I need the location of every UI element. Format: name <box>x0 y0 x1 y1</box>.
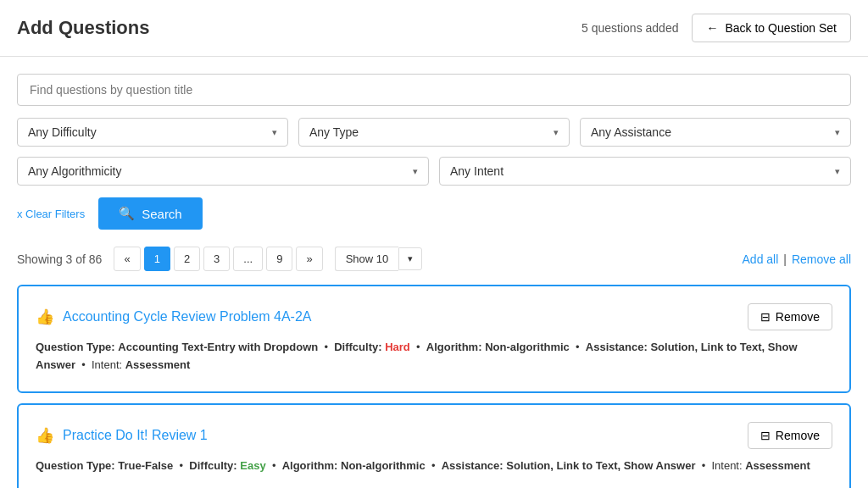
question-meta: Question Type: Accounting Text-Entry wit… <box>36 339 832 374</box>
assistance-label-2: Assistance: <box>442 459 504 472</box>
remove-question-2-button[interactable]: ⊟ Remove <box>748 422 832 449</box>
intent-filter-label: Any Intent <box>450 164 504 178</box>
algorithmicity-filter[interactable]: Any Algorithmicity ▾ <box>17 157 429 186</box>
page-1-button[interactable]: 1 <box>144 247 170 271</box>
question-card-header: 👍 Practice Do It! Review 1 ⊟ Remove <box>36 422 832 449</box>
questions-added-count: 5 questions added <box>581 21 678 35</box>
algorithm-value: Non-algorithmic <box>485 341 570 353</box>
search-button-label: Search <box>142 207 182 221</box>
page-ellipsis-button[interactable]: ... <box>233 247 263 271</box>
page-3-button[interactable]: 3 <box>203 247 230 271</box>
thumbs-up-icon: 👍 <box>36 308 54 326</box>
questions-list: 👍 Accounting Cycle Review Problem 4A-2A … <box>17 285 851 488</box>
filters-row-1: Any Difficulty ▾ Any Type ▾ Any Assistan… <box>17 118 851 147</box>
minus-icon: ⊟ <box>760 310 771 324</box>
remove-question-1-button[interactable]: ⊟ Remove <box>748 303 832 330</box>
intent-chevron-icon: ▾ <box>835 166 840 177</box>
type-label-2: Question Type: <box>36 459 115 472</box>
question-title-text-2: Practice Do It! Review 1 <box>63 428 208 443</box>
intent-value: Assessment <box>125 358 191 371</box>
pagination-right-actions: Add all | Remove all <box>743 252 851 266</box>
difficulty-label-2: Diffculty: <box>189 459 236 472</box>
difficulty-filter[interactable]: Any Difficulty ▾ <box>17 118 288 147</box>
remove-label-2: Remove <box>776 429 820 442</box>
minus-icon-2: ⊟ <box>760 429 771 442</box>
type-filter-label: Any Type <box>309 125 359 139</box>
type-label: Question Type: <box>36 341 115 353</box>
question-card: 👍 Accounting Cycle Review Problem 4A-2A … <box>17 285 851 393</box>
page-title: Add Questions <box>17 17 149 39</box>
algorithmicity-filter-label: Any Algorithmicity <box>28 164 121 178</box>
assistance-label: Assistance: <box>586 341 648 353</box>
search-input[interactable] <box>17 74 851 106</box>
filters-row-2: Any Algorithmicity ▾ Any Intent ▾ <box>17 157 851 186</box>
type-value-2: True-False <box>118 459 173 472</box>
algorithm-value-2: Non-algorithmic <box>341 459 426 472</box>
algorithm-label: Algorithm: <box>426 341 482 353</box>
assistance-value-2: Solution, Link to Text, Show Answer <box>506 459 695 472</box>
clear-filters-button[interactable]: x Clear Filters <box>17 208 85 220</box>
algorithmicity-chevron-icon: ▾ <box>413 166 418 177</box>
showing-text: Showing 3 of 86 <box>17 252 102 266</box>
algorithm-label-2: Algorithm: <box>282 459 338 472</box>
page-header: Add Questions 5 questions added ← Back t… <box>0 0 868 57</box>
separator: | <box>783 252 787 266</box>
back-arrow-icon: ← <box>706 21 718 35</box>
header-actions: 5 questions added ← Back to Question Set <box>581 14 851 42</box>
page-9-button[interactable]: 9 <box>266 247 292 271</box>
difficulty-value: Hard <box>385 341 410 353</box>
show-count-label: Show 10 <box>335 247 399 271</box>
question-card-header: 👍 Accounting Cycle Review Problem 4A-2A … <box>36 303 832 330</box>
type-filter[interactable]: Any Type ▾ <box>298 118 570 147</box>
thumbs-up-icon-2: 👍 <box>36 426 54 445</box>
back-button-label: Back to Question Set <box>725 21 837 35</box>
page-first-button[interactable]: « <box>114 247 140 271</box>
show-count-dropdown[interactable]: ▾ <box>398 247 422 270</box>
question-meta-2: Question Type: True-False • Diffculty: E… <box>36 458 832 475</box>
type-chevron-icon: ▾ <box>554 127 559 138</box>
question-title-link-2[interactable]: 👍 Practice Do It! Review 1 <box>36 426 208 445</box>
back-to-question-set-button[interactable]: ← Back to Question Set <box>692 14 851 42</box>
difficulty-value-2: Easy <box>240 459 265 472</box>
assistance-filter[interactable]: Any Assistance ▾ <box>580 118 851 147</box>
assistance-filter-label: Any Assistance <box>591 125 671 139</box>
search-button[interactable]: 🔍 Search <box>98 197 203 230</box>
difficulty-filter-label: Any Difficulty <box>28 125 97 139</box>
pagination: « 1 2 3 ... 9 » <box>114 247 322 271</box>
filter-actions: x Clear Filters 🔍 Search <box>17 197 851 230</box>
page-2-button[interactable]: 2 <box>174 247 200 271</box>
type-value: Accounting Text-Entry with Dropdown <box>118 341 318 353</box>
pagination-row: Showing 3 of 86 « 1 2 3 ... 9 » Show 10 … <box>17 247 851 271</box>
intent-filter[interactable]: Any Intent ▾ <box>439 157 851 186</box>
difficulty-label: Diffculty: <box>334 341 381 353</box>
difficulty-chevron-icon: ▾ <box>272 127 277 138</box>
intent-value-2: Assessment <box>745 459 810 472</box>
search-icon: 🔍 <box>119 206 135 221</box>
assistance-chevron-icon: ▾ <box>835 127 840 138</box>
question-title-text: Accounting Cycle Review Problem 4A-2A <box>63 309 311 324</box>
page-last-button[interactable]: » <box>296 247 322 271</box>
question-title-link[interactable]: 👍 Accounting Cycle Review Problem 4A-2A <box>36 308 311 326</box>
main-content: Any Difficulty ▾ Any Type ▾ Any Assistan… <box>0 57 868 488</box>
add-all-button[interactable]: Add all <box>743 252 779 266</box>
question-card: 👍 Practice Do It! Review 1 ⊟ Remove Ques… <box>17 403 851 488</box>
show-select: Show 10 ▾ <box>335 247 423 271</box>
remove-all-button[interactable]: Remove all <box>792 252 851 266</box>
remove-label: Remove <box>776 310 820 324</box>
